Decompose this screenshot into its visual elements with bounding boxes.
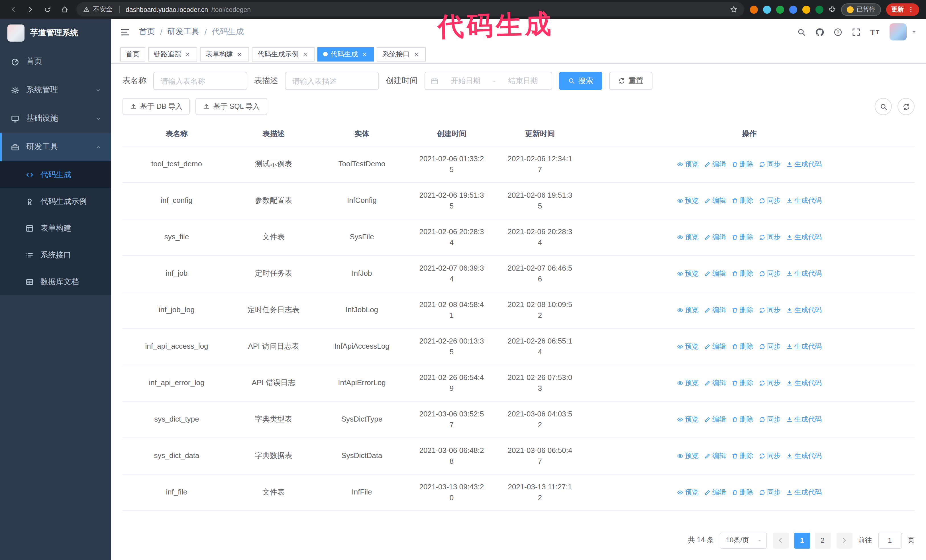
github-icon[interactable] bbox=[815, 28, 824, 36]
sidebar-item[interactable]: 系统管理 bbox=[0, 76, 111, 104]
menu-dots-icon[interactable] bbox=[908, 6, 914, 12]
action-generate-link[interactable]: 生成代码 bbox=[787, 195, 822, 206]
action-generate-link[interactable]: 生成代码 bbox=[787, 305, 822, 315]
action-generate-link[interactable]: 生成代码 bbox=[787, 268, 822, 279]
action-edit-link[interactable]: 编辑 bbox=[704, 268, 726, 279]
font-size-icon[interactable]: TT bbox=[870, 27, 880, 37]
fullscreen-icon[interactable] bbox=[852, 28, 860, 36]
tab[interactable]: 代码生成 bbox=[318, 47, 374, 61]
sidebar-item[interactable]: 数据库文档 bbox=[0, 268, 111, 295]
action-preview-link[interactable]: 预览 bbox=[677, 159, 699, 169]
tab[interactable]: 首页 bbox=[120, 47, 145, 61]
breadcrumb-item[interactable]: 首页 bbox=[139, 27, 155, 37]
help-icon[interactable]: ? bbox=[834, 28, 842, 36]
import-db-button[interactable]: 基于 DB 导入 bbox=[123, 98, 190, 115]
action-sync-link[interactable]: 同步 bbox=[759, 159, 781, 169]
action-delete-link[interactable]: 删除 bbox=[732, 378, 754, 388]
goto-page-input[interactable] bbox=[878, 532, 902, 548]
extension-icon[interactable] bbox=[816, 5, 823, 14]
next-page-button[interactable] bbox=[836, 532, 852, 548]
user-avatar[interactable] bbox=[890, 23, 906, 41]
action-preview-link[interactable]: 预览 bbox=[677, 378, 699, 388]
hamburger-icon[interactable] bbox=[120, 27, 130, 37]
sidebar-item[interactable]: 系统接口 bbox=[0, 242, 111, 268]
table-desc-input[interactable] bbox=[285, 72, 379, 90]
action-delete-link[interactable]: 删除 bbox=[732, 487, 754, 497]
action-delete-link[interactable]: 删除 bbox=[732, 305, 754, 315]
paused-badge[interactable]: 已暂停 bbox=[841, 3, 881, 16]
table-name-input[interactable] bbox=[153, 72, 247, 90]
breadcrumb-item[interactable]: 研发工具 bbox=[168, 27, 200, 37]
page-size-select[interactable]: 10条/页 bbox=[720, 532, 767, 548]
extension-icon[interactable] bbox=[763, 5, 771, 14]
action-delete-link[interactable]: 删除 bbox=[732, 341, 754, 352]
sidebar-item[interactable]: 代码生成示例 bbox=[0, 188, 111, 215]
bookmark-star-icon[interactable] bbox=[730, 6, 737, 13]
close-tab-icon[interactable] bbox=[361, 50, 368, 58]
import-sql-button[interactable]: 基于 SQL 导入 bbox=[196, 98, 267, 115]
reset-button[interactable]: 重置 bbox=[609, 72, 652, 90]
action-preview-link[interactable]: 预览 bbox=[677, 451, 699, 461]
sidebar-item[interactable]: 表单构建 bbox=[0, 215, 111, 242]
action-delete-link[interactable]: 删除 bbox=[732, 451, 754, 461]
toggle-search-button[interactable] bbox=[875, 98, 892, 115]
action-preview-link[interactable]: 预览 bbox=[677, 195, 699, 206]
forward-icon[interactable] bbox=[24, 3, 36, 16]
action-edit-link[interactable]: 编辑 bbox=[704, 159, 726, 169]
extension-icon[interactable] bbox=[750, 5, 758, 14]
action-edit-link[interactable]: 编辑 bbox=[704, 341, 726, 352]
action-preview-link[interactable]: 预览 bbox=[677, 487, 699, 497]
close-tab-icon[interactable] bbox=[184, 50, 191, 58]
sidebar-item[interactable]: 代码生成 bbox=[0, 161, 111, 188]
tab[interactable]: 链路追踪 bbox=[148, 47, 197, 61]
home-icon[interactable] bbox=[58, 3, 71, 16]
close-tab-icon[interactable] bbox=[236, 50, 243, 58]
action-sync-link[interactable]: 同步 bbox=[759, 414, 781, 424]
action-preview-link[interactable]: 预览 bbox=[677, 305, 699, 315]
sidebar-item[interactable]: 首页 bbox=[0, 47, 111, 76]
action-generate-link[interactable]: 生成代码 bbox=[787, 414, 822, 424]
search-button[interactable]: 搜索 bbox=[559, 72, 602, 90]
extension-icon[interactable] bbox=[776, 5, 784, 14]
action-generate-link[interactable]: 生成代码 bbox=[787, 451, 822, 461]
avatar-caret-icon[interactable] bbox=[911, 29, 917, 35]
extension-icon[interactable] bbox=[802, 5, 810, 14]
action-edit-link[interactable]: 编辑 bbox=[704, 414, 726, 424]
action-generate-link[interactable]: 生成代码 bbox=[787, 159, 822, 169]
action-preview-link[interactable]: 预览 bbox=[677, 414, 699, 424]
extensions-puzzle-icon[interactable] bbox=[829, 6, 836, 13]
action-edit-link[interactable]: 编辑 bbox=[704, 232, 726, 242]
action-delete-link[interactable]: 删除 bbox=[732, 268, 754, 279]
address-bar[interactable]: 不安全 dashboard.yudao.iocoder.cn /tool/cod… bbox=[76, 2, 744, 17]
security-warning-icon[interactable] bbox=[83, 6, 89, 12]
back-icon[interactable] bbox=[7, 3, 20, 16]
action-preview-link[interactable]: 预览 bbox=[677, 268, 699, 279]
action-sync-link[interactable]: 同步 bbox=[759, 268, 781, 279]
tab[interactable]: 系统接口 bbox=[377, 47, 426, 61]
action-sync-link[interactable]: 同步 bbox=[759, 305, 781, 315]
extension-icon[interactable] bbox=[789, 5, 797, 14]
action-delete-link[interactable]: 删除 bbox=[732, 159, 754, 169]
action-generate-link[interactable]: 生成代码 bbox=[787, 487, 822, 497]
sidebar-item[interactable]: 基础设施 bbox=[0, 104, 111, 133]
close-tab-icon[interactable] bbox=[413, 50, 420, 58]
action-generate-link[interactable]: 生成代码 bbox=[787, 341, 822, 352]
search-icon[interactable] bbox=[797, 28, 805, 36]
action-sync-link[interactable]: 同步 bbox=[759, 232, 781, 242]
action-sync-link[interactable]: 同步 bbox=[759, 341, 781, 352]
action-edit-link[interactable]: 编辑 bbox=[704, 451, 726, 461]
date-range-picker[interactable]: 开始日期 - 结束日期 bbox=[425, 72, 552, 90]
action-edit-link[interactable]: 编辑 bbox=[704, 378, 726, 388]
action-edit-link[interactable]: 编辑 bbox=[704, 305, 726, 315]
action-generate-link[interactable]: 生成代码 bbox=[787, 378, 822, 388]
action-sync-link[interactable]: 同步 bbox=[759, 378, 781, 388]
refresh-button[interactable] bbox=[897, 98, 915, 115]
tab[interactable]: 表单构建 bbox=[200, 47, 249, 61]
update-button[interactable]: 更新 bbox=[886, 3, 919, 16]
action-preview-link[interactable]: 预览 bbox=[677, 232, 699, 242]
close-tab-icon[interactable] bbox=[301, 50, 309, 58]
action-preview-link[interactable]: 预览 bbox=[677, 341, 699, 352]
action-generate-link[interactable]: 生成代码 bbox=[787, 232, 822, 242]
action-sync-link[interactable]: 同步 bbox=[759, 451, 781, 461]
action-delete-link[interactable]: 删除 bbox=[732, 414, 754, 424]
